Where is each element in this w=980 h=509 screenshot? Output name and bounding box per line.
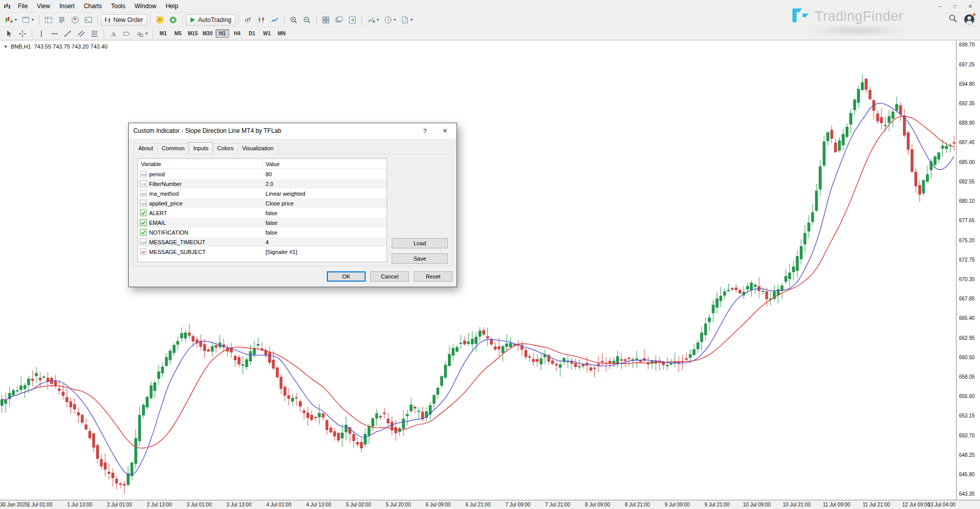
bar-chart-button[interactable] [242, 14, 254, 26]
navigator-button[interactable] [69, 14, 81, 26]
input-value[interactable]: 4 [262, 239, 269, 245]
data-window-button[interactable] [56, 14, 68, 26]
options-button[interactable] [167, 14, 179, 26]
ok-button[interactable]: OK [327, 271, 366, 282]
input-row-email[interactable]: EMAILfalse [138, 218, 387, 227]
input-row-period[interactable]: 123period80 [138, 169, 387, 179]
time-axis[interactable]: 30 Jun 20251 Jul 01:001 Jul 13:002 Jul 0… [0, 500, 980, 509]
time-tick: 7 Jul 21:00 [545, 502, 570, 507]
tab-colors[interactable]: Colors [212, 143, 238, 154]
price-axis[interactable]: 699.70697.25694.80692.35689.90687.45685.… [956, 40, 980, 500]
input-value[interactable]: false [262, 229, 277, 236]
input-value[interactable]: Linear weighted [262, 191, 305, 197]
input-value[interactable]: Close price [262, 200, 294, 206]
int-type-icon: 123 [140, 171, 147, 177]
tool-crosshair-button[interactable] [16, 28, 29, 39]
timeframe-m15[interactable]: M15 [186, 29, 200, 38]
user-avatar[interactable] [964, 14, 975, 25]
data-window-icon [58, 16, 66, 24]
timeframe-m30[interactable]: M30 [201, 29, 214, 38]
price-tick: 694.80 [959, 81, 975, 87]
menu-window[interactable]: Window [130, 1, 161, 11]
input-row-applied_price[interactable]: 123applied_priceClose price [138, 198, 387, 208]
menu-charts[interactable]: Charts [79, 1, 106, 11]
input-row-message_subject[interactable]: abMESSAGE_SUBJECT[Signaler #1] [138, 247, 387, 257]
text-icon: A [109, 30, 117, 38]
dialog-titlebar[interactable]: Custom Indicator - Slope Direction Line … [129, 123, 457, 138]
tool-label-button[interactable] [121, 28, 133, 39]
header-variable: Variable [138, 159, 262, 169]
bool-type-icon [140, 229, 147, 236]
tool-shapes-button[interactable]: ▾ [134, 28, 150, 39]
string-type-icon: ab [140, 248, 147, 255]
timeframe-h1[interactable]: H1 [216, 29, 229, 38]
input-row-message_timeout[interactable]: 123MESSAGE_TIMEOUT4 [138, 237, 387, 247]
profiles-button[interactable]: ▾ [20, 14, 36, 26]
menu-help[interactable]: Help [161, 1, 183, 11]
tab-visualization[interactable]: Visualization [237, 143, 278, 154]
tool-fibonacci-button[interactable] [88, 28, 101, 39]
dialog-close-button[interactable]: ✕ [434, 123, 457, 138]
metaeditor-button[interactable] [154, 14, 166, 26]
input-value[interactable]: false [262, 210, 277, 216]
dialog-help-button[interactable]: ? [416, 123, 434, 138]
price-tick: 682.55 [959, 179, 975, 184]
market-watch-button[interactable] [42, 14, 55, 26]
menu-file[interactable]: File [13, 1, 32, 11]
tool-cursor-button[interactable] [3, 28, 15, 39]
menu-view[interactable]: View [32, 1, 55, 11]
dropdown-caret-icon: ▾ [394, 18, 396, 22]
minimize-button[interactable]: ─ [936, 4, 943, 9]
candle-chart-button[interactable] [255, 14, 268, 26]
reset-button[interactable]: Reset [414, 271, 452, 282]
cancel-button[interactable]: Cancel [370, 271, 409, 282]
cascade-button[interactable] [333, 14, 345, 26]
zoom-out-button[interactable] [301, 14, 313, 26]
input-value[interactable]: false [262, 220, 277, 226]
zoom-in-button[interactable] [288, 14, 300, 26]
input-value[interactable]: 80 [262, 171, 272, 177]
tool-channel-button[interactable] [75, 28, 87, 39]
timeframe-h4[interactable]: H4 [230, 29, 244, 38]
tool-vline-button[interactable] [35, 28, 47, 39]
timeframe-w1[interactable]: W1 [260, 29, 274, 38]
tab-about[interactable]: About [134, 143, 158, 154]
load-button[interactable]: Load [392, 238, 448, 248]
timeframe-m5[interactable]: M5 [171, 29, 185, 38]
tile-windows-button[interactable] [320, 14, 332, 26]
maximize-button[interactable]: □ [951, 4, 959, 9]
input-variable-name: ma_method [149, 191, 179, 197]
timeframe-mn[interactable]: MN [275, 29, 289, 38]
input-row-filternumber[interactable]: 1.5FilterNumber2.0 [138, 179, 387, 189]
search-icon[interactable] [948, 14, 958, 25]
menu-insert[interactable]: Insert [55, 1, 79, 11]
input-value[interactable]: [Signaler #1] [262, 249, 297, 255]
svg-text:1.5: 1.5 [141, 183, 146, 186]
new-chart-button[interactable]: ▾ [3, 14, 19, 26]
save-button[interactable]: Save [392, 253, 448, 264]
input-row-notification[interactable]: NOTIFICATIONfalse [138, 227, 387, 237]
trendline-icon [64, 30, 72, 38]
tool-text-button[interactable]: A [107, 28, 119, 39]
tab-common[interactable]: Common [157, 143, 189, 154]
top-right-icons [948, 14, 975, 25]
tab-inputs[interactable]: Inputs [188, 142, 213, 153]
indicators-button[interactable]: ▾ [365, 14, 381, 26]
close-button[interactable]: ✕ [967, 4, 974, 9]
chart-symbol-label[interactable]: ▼ BNB,H1 743.55 743.75 743.20 743.40 [4, 43, 107, 50]
periods-button[interactable]: ▾ [382, 14, 398, 26]
autotrading-button[interactable]: AutoTrading [186, 14, 235, 26]
tool-trendline-button[interactable] [62, 28, 74, 39]
tool-hline-button[interactable] [49, 28, 61, 39]
new-order-button[interactable]: New Order [101, 14, 147, 26]
input-row-alert[interactable]: ALERTfalse [138, 208, 387, 218]
input-value[interactable]: 2.0 [262, 181, 273, 187]
arrange-button[interactable] [346, 14, 358, 26]
timeframe-d1[interactable]: D1 [245, 29, 259, 38]
timeframe-m1[interactable]: M1 [156, 29, 170, 38]
line-chart-button[interactable] [269, 14, 281, 26]
menu-tools[interactable]: Tools [107, 1, 130, 11]
input-row-ma_method[interactable]: 123ma_methodLinear weighted [138, 189, 387, 198]
terminal-button[interactable] [82, 14, 94, 26]
templates-button[interactable]: ▾ [399, 14, 415, 26]
